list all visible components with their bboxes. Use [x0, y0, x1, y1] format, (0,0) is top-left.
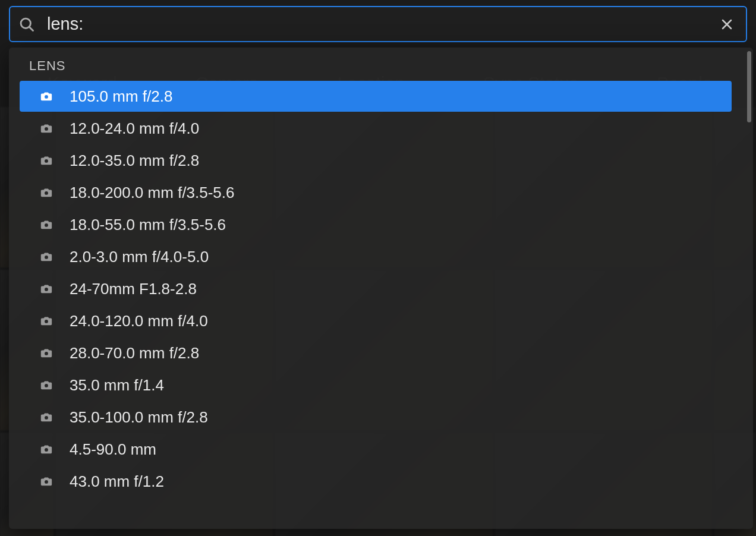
clear-search-button[interactable]	[716, 14, 738, 35]
lens-suggestion-item[interactable]: 18.0-55.0 mm f/3.5-5.6	[20, 209, 732, 240]
svg-point-6	[45, 159, 48, 163]
lens-suggestion-item[interactable]: 4.5-90.0 mm	[20, 434, 732, 465]
camera-icon	[40, 379, 53, 392]
lens-suggestion-item[interactable]: 35.0-100.0 mm f/2.8	[20, 402, 732, 433]
search-icon	[18, 16, 35, 33]
lens-suggestion-label: 105.0 mm f/2.8	[70, 87, 172, 106]
lens-suggestion-item[interactable]: 12.0-24.0 mm f/4.0	[20, 113, 732, 144]
svg-point-14	[45, 416, 48, 420]
search-input[interactable]	[47, 14, 716, 34]
lens-suggestion-label: 28.0-70.0 mm f/2.8	[70, 344, 199, 362]
svg-point-4	[45, 95, 48, 99]
svg-point-12	[45, 352, 48, 355]
scrollbar-thumb[interactable]	[747, 51, 751, 122]
lens-suggestion-item[interactable]: 105.0 mm f/2.8	[20, 81, 732, 112]
camera-icon	[40, 186, 53, 199]
camera-icon	[40, 443, 53, 456]
camera-icon	[40, 122, 53, 135]
svg-point-7	[45, 191, 48, 195]
svg-point-9	[45, 256, 48, 259]
lens-suggestion-label: 24-70mm F1.8-2.8	[70, 280, 197, 298]
lens-suggestion-item[interactable]: 28.0-70.0 mm f/2.8	[20, 338, 732, 368]
camera-icon	[40, 475, 53, 488]
lens-suggestion-item[interactable]: 35.0 mm f/1.4	[20, 370, 732, 401]
svg-point-16	[45, 480, 48, 484]
lens-suggestion-label: 35.0 mm f/1.4	[70, 376, 164, 395]
svg-point-11	[45, 320, 48, 323]
camera-icon	[40, 90, 53, 103]
lens-suggestion-item[interactable]: 24.0-120.0 mm f/4.0	[20, 305, 732, 336]
lens-suggestion-label: 2.0-3.0 mm f/4.0-5.0	[70, 248, 209, 266]
lens-suggestion-item[interactable]: 18.0-200.0 mm f/3.5-5.6	[20, 177, 732, 208]
search-suggestions-dropdown: LENS 105.0 mm f/2.8 12.0-24.0 mm f/4.0 1…	[9, 48, 753, 529]
search-bar[interactable]	[9, 6, 747, 42]
lens-suggestion-item[interactable]: 12.0-35.0 mm f/2.8	[20, 145, 732, 176]
svg-point-5	[45, 127, 48, 131]
camera-icon	[40, 282, 53, 295]
suggestions-section-header: LENS	[9, 48, 742, 80]
svg-point-15	[45, 448, 48, 452]
camera-icon	[40, 346, 53, 360]
lens-suggestion-item[interactable]: 2.0-3.0 mm f/4.0-5.0	[20, 241, 732, 272]
close-icon	[720, 17, 734, 31]
lens-suggestion-label: 35.0-100.0 mm f/2.8	[70, 408, 208, 427]
svg-point-10	[45, 288, 48, 291]
camera-icon	[40, 250, 53, 263]
lens-suggestion-label: 12.0-35.0 mm f/2.8	[70, 152, 199, 170]
lens-suggestion-label: 24.0-120.0 mm f/4.0	[70, 312, 208, 330]
lens-suggestion-label: 43.0 mm f/1.2	[70, 472, 164, 491]
dropdown-scrollbar[interactable]	[747, 48, 753, 529]
lens-suggestion-item[interactable]: 24-70mm F1.8-2.8	[20, 273, 732, 304]
svg-point-8	[45, 223, 48, 227]
camera-icon	[40, 154, 53, 167]
lens-suggestion-label: 12.0-24.0 mm f/4.0	[70, 119, 199, 138]
camera-icon	[40, 411, 53, 424]
lens-suggestion-item[interactable]: 43.0 mm f/1.2	[20, 466, 732, 497]
camera-icon	[40, 314, 53, 327]
svg-line-1	[30, 27, 33, 30]
lens-suggestion-label: 18.0-200.0 mm f/3.5-5.6	[70, 184, 234, 202]
camera-icon	[40, 218, 53, 231]
svg-point-13	[45, 384, 48, 387]
lens-suggestion-label: 4.5-90.0 mm	[70, 440, 156, 459]
lens-suggestion-label: 18.0-55.0 mm f/3.5-5.6	[70, 216, 226, 234]
